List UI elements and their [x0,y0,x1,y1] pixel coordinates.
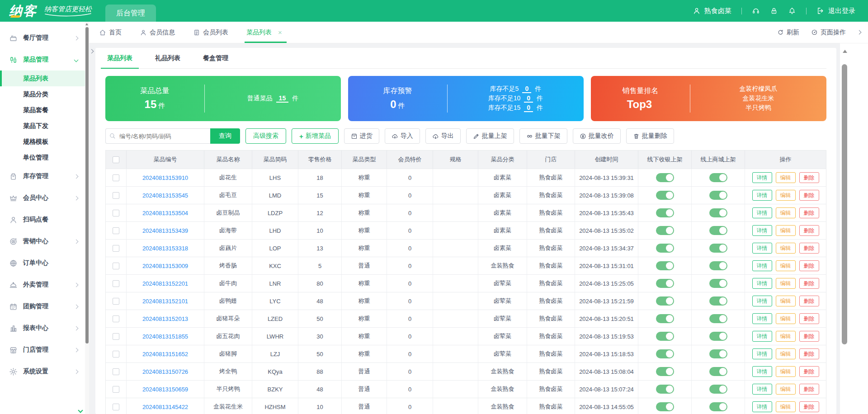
row-checkbox[interactable] [113,280,119,287]
online-shelf-toggle[interactable] [709,279,727,288]
tab-member-list[interactable]: 会员列表 [193,22,228,43]
query-button[interactable]: 查询 [210,128,240,144]
row-checkbox[interactable] [113,333,119,340]
logout-button[interactable]: 退出登录 [816,7,855,15]
sidebar-item-marketing[interactable]: 营销中心 [0,231,85,252]
toolbar-button[interactable]: 批量改价 [573,128,621,144]
row-checkbox[interactable] [113,263,119,269]
edit-button[interactable]: 编辑 [776,172,796,183]
dish-code-link[interactable]: 20240813150726 [142,368,188,375]
tab-gift-list[interactable]: 礼品列表 [155,54,180,68]
row-checkbox[interactable] [113,351,119,358]
sidebar-subitem-unit-manage[interactable]: 单位管理 [0,150,85,165]
detail-button[interactable]: 详情 [752,260,772,271]
delete-button[interactable]: 删除 [799,384,819,395]
detail-button[interactable]: 详情 [752,278,772,289]
row-checkbox[interactable] [113,298,119,305]
edit-button[interactable]: 编辑 [776,331,796,342]
row-checkbox[interactable] [113,386,119,393]
advanced-search-button[interactable]: 高级搜索 [245,128,286,144]
sidebar-item-member[interactable]: 会员中心 [0,187,85,209]
delete-button[interactable]: 删除 [799,207,819,218]
sidebar-item-shops[interactable]: 门店管理 [0,339,85,361]
edit-button[interactable]: 编辑 [776,243,796,254]
sidebar-item-orders[interactable]: 订单中心 [0,252,85,274]
delete-button[interactable]: 删除 [799,331,819,342]
edit-button[interactable]: 编辑 [776,296,796,306]
online-shelf-toggle[interactable] [709,332,727,341]
edit-button[interactable]: 编辑 [776,401,796,412]
dish-code-link[interactable]: 20240813145422 [142,404,188,410]
lock-icon[interactable] [770,7,778,15]
online-shelf-toggle[interactable] [709,244,727,253]
tab-dish-list-inner[interactable]: 菜品列表 [107,54,132,68]
edit-button[interactable]: 编辑 [776,384,796,395]
edit-button[interactable]: 编辑 [776,366,796,377]
detail-button[interactable]: 详情 [752,313,772,324]
chevron-right-icon[interactable] [857,30,862,35]
edit-button[interactable]: 编辑 [776,313,796,324]
offline-shelf-toggle[interactable] [656,367,674,376]
toolbar-button[interactable]: 导出 [425,128,461,144]
online-shelf-toggle[interactable] [709,226,727,235]
sidebar-item-scan-order[interactable]: 扫码点餐 [0,209,85,231]
online-shelf-toggle[interactable] [709,173,727,182]
detail-button[interactable]: 详情 [752,384,772,395]
detail-button[interactable]: 详情 [752,296,772,306]
online-shelf-toggle[interactable] [709,385,727,394]
dish-code-link[interactable]: 20240813151652 [142,351,188,358]
dish-code-link[interactable]: 20240813151855 [142,333,188,340]
refresh-button[interactable]: 刷新 [777,28,799,37]
toolbar-button[interactable]: 批量下架 [519,128,567,144]
delete-button[interactable]: 删除 [799,243,819,254]
scrollbar-thumb[interactable] [842,64,847,344]
row-checkbox[interactable] [113,404,119,410]
toolbar-button[interactable]: 导入 [385,128,420,144]
tab-member-info[interactable]: 会员信息 [140,22,175,43]
online-shelf-toggle[interactable] [709,296,727,306]
edit-button[interactable]: 编辑 [776,225,796,236]
search-input[interactable] [105,128,210,144]
dish-code-link[interactable]: 20240813153910 [142,174,188,181]
toolbar-button[interactable]: 批量删除 [626,128,674,144]
detail-button[interactable]: 详情 [752,401,772,412]
edit-button[interactable]: 编辑 [776,278,796,289]
offline-shelf-toggle[interactable] [656,349,674,358]
online-shelf-toggle[interactable] [709,402,727,411]
row-checkbox[interactable] [113,174,119,181]
offline-shelf-toggle[interactable] [656,402,674,411]
detail-button[interactable]: 详情 [752,190,772,201]
admin-nav-tab[interactable]: 后台管理 [105,5,156,22]
edit-button[interactable]: 编辑 [776,348,796,359]
detail-button[interactable]: 详情 [752,331,772,342]
sidebar-item-settings[interactable]: 系统设置 [0,361,85,382]
edit-button[interactable]: 编辑 [776,260,796,271]
delete-button[interactable]: 删除 [799,260,819,271]
offline-shelf-toggle[interactable] [656,279,674,288]
toolbar-button[interactable]: 进货 [344,128,379,144]
dish-code-link[interactable]: 20240813152013 [142,315,188,322]
row-checkbox[interactable] [113,245,119,252]
dish-code-link[interactable]: 20240813153318 [142,245,188,252]
dish-code-link[interactable]: 20240813152101 [142,298,188,305]
detail-button[interactable]: 详情 [752,366,772,377]
detail-button[interactable]: 详情 [752,243,772,254]
select-all-checkbox[interactable] [113,156,119,163]
scroll-up-arrow-icon[interactable] [85,23,88,25]
offline-shelf-toggle[interactable] [656,244,674,253]
sidebar-scroll-down-icon[interactable] [78,408,83,413]
sidebar-subitem-dish-dispatch[interactable]: 菜品下发 [0,118,85,134]
dish-code-link[interactable]: 20240813152201 [142,280,188,287]
delete-button[interactable]: 删除 [799,225,819,236]
sidebar-subitem-dish-category[interactable]: 菜品分类 [0,86,85,102]
row-checkbox[interactable] [113,210,119,216]
current-user[interactable]: 熟食卤菜 [693,7,731,15]
delete-button[interactable]: 删除 [799,278,819,289]
offline-shelf-toggle[interactable] [656,296,674,306]
tab-dish-list[interactable]: 菜品列表 × [246,22,282,43]
row-checkbox[interactable] [113,368,119,375]
offline-shelf-toggle[interactable] [656,208,674,217]
detail-button[interactable]: 详情 [752,348,772,359]
offline-shelf-toggle[interactable] [656,226,674,235]
row-checkbox[interactable] [113,315,119,322]
